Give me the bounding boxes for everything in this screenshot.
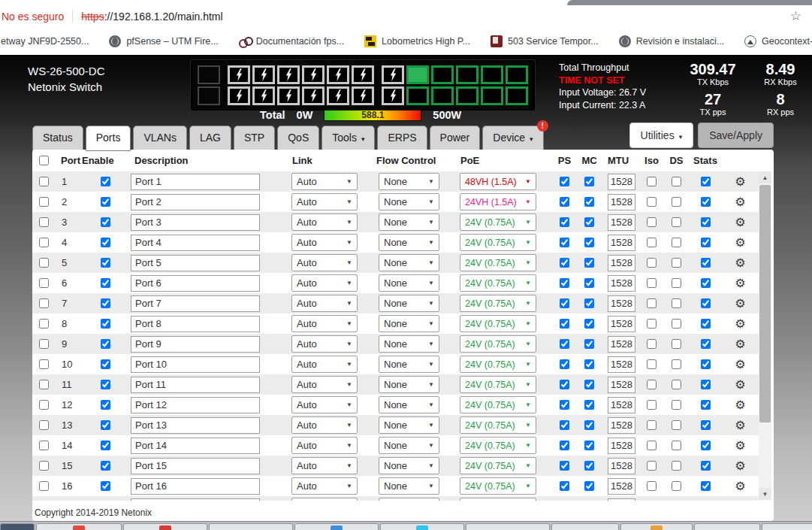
ds-checkbox[interactable] [672,298,681,308]
enable-checkbox[interactable] [101,420,110,430]
poe-select[interactable]: 24V (0.75A)▼ [460,376,536,393]
ds-checkbox[interactable] [672,217,681,227]
poe-select[interactable]: 24V (0.75A)▼ [460,295,536,312]
enable-checkbox[interactable] [101,380,110,389]
mtu-input[interactable] [608,214,635,231]
enable-checkbox[interactable] [101,400,110,410]
poe-select[interactable]: 24V (0.75A)▼ [460,396,536,413]
link-select[interactable]: Auto▼ [291,274,358,292]
ds-checkbox[interactable] [672,197,681,207]
link-select[interactable]: Auto▼ [291,376,358,393]
taskbar-button[interactable] [294,523,379,530]
port-settings-gear-icon[interactable]: ⚙ [735,256,745,269]
poe-select[interactable]: 24V (0.75A)▼ [460,234,536,251]
enable-checkbox[interactable] [101,177,110,186]
poe-select[interactable]: 24V (0.75A)▼ [460,274,536,292]
taskbar-button[interactable] [123,523,207,530]
mc-checkbox[interactable] [584,461,594,471]
ds-checkbox[interactable] [672,461,681,471]
ds-checkbox[interactable] [672,359,681,369]
iso-checkbox[interactable] [647,258,657,268]
enable-checkbox[interactable] [101,481,110,491]
mtu-input[interactable] [608,275,635,292]
description-input[interactable] [131,498,260,501]
mtu-input[interactable] [608,356,635,373]
stats-checkbox[interactable] [701,339,711,349]
mtu-input[interactable] [608,458,635,474]
row-select-checkbox[interactable] [39,359,49,369]
mc-checkbox[interactable] [584,359,594,369]
flow-control-select[interactable]: None▼ [379,234,439,251]
ps-checkbox[interactable] [560,420,569,430]
ps-checkbox[interactable] [560,258,569,268]
tab-erps[interactable]: ERPS [377,126,427,151]
iso-checkbox[interactable] [647,238,657,247]
flow-control-select[interactable]: None▼ [379,274,439,292]
description-input[interactable] [131,255,260,271]
flow-control-select[interactable]: None▼ [379,477,439,495]
ps-checkbox[interactable] [560,319,569,329]
link-select[interactable]: Auto▼ [291,396,358,413]
tab-device[interactable]: Device▾! [482,126,543,151]
flow-control-select[interactable]: None▼ [379,498,439,501]
port-settings-gear-icon[interactable]: ⚙ [735,459,745,472]
ds-checkbox[interactable] [672,258,681,268]
ps-checkbox[interactable] [560,298,569,308]
port-settings-gear-icon[interactable]: ⚙ [735,358,745,371]
link-select[interactable]: Auto▼ [291,295,358,312]
enable-checkbox[interactable] [101,319,110,329]
mc-checkbox[interactable] [584,481,594,491]
taskbar-button[interactable] [380,523,464,530]
mc-checkbox[interactable] [584,441,594,450]
flow-control-select[interactable]: None▼ [379,457,439,474]
description-input[interactable] [131,397,260,413]
ds-checkbox[interactable] [672,319,681,329]
iso-checkbox[interactable] [647,298,657,308]
link-select[interactable]: Auto▼ [291,234,358,251]
bookmark-item[interactable]: 503 Service Tempor... [491,35,599,47]
description-input[interactable] [131,235,260,251]
link-select[interactable]: Auto▼ [291,315,358,332]
link-select[interactable]: Auto▼ [291,477,358,495]
scrollbar-thumb[interactable] [759,185,771,422]
flow-control-select[interactable]: None▼ [379,335,439,353]
mtu-input[interactable] [608,235,635,251]
mtu-input[interactable] [608,316,635,332]
mtu-input[interactable] [608,498,635,501]
description-input[interactable] [131,214,260,231]
enable-checkbox[interactable] [101,298,110,308]
iso-checkbox[interactable] [647,339,657,349]
taskbar-button[interactable] [209,523,293,530]
link-select[interactable]: Auto▼ [291,254,358,271]
flow-control-select[interactable]: None▼ [379,376,439,393]
tab-qos[interactable]: QoS [277,126,319,151]
utilities-button[interactable]: Utilities▾ [629,123,694,148]
flow-control-select[interactable]: None▼ [379,295,439,312]
row-select-checkbox[interactable] [39,441,49,450]
description-input[interactable] [131,478,260,495]
port-settings-gear-icon[interactable]: ⚙ [735,439,745,452]
taskbar-button[interactable] [620,523,693,530]
ds-checkbox[interactable] [672,177,681,186]
row-select-checkbox[interactable] [39,319,49,329]
enable-checkbox[interactable] [101,258,110,268]
select-all-checkbox[interactable] [39,156,49,165]
ds-checkbox[interactable] [672,400,681,410]
stats-checkbox[interactable] [701,258,711,268]
mtu-input[interactable] [608,174,635,190]
scroll-up-button[interactable]: ▲ [759,171,771,183]
tab-tools[interactable]: Tools▾ [321,126,375,151]
flow-control-select[interactable]: None▼ [379,214,439,231]
windows-taskbar[interactable] [0,521,812,530]
flow-control-select[interactable]: None▼ [379,356,439,373]
stats-checkbox[interactable] [701,380,711,389]
ps-checkbox[interactable] [560,278,569,288]
stats-checkbox[interactable] [701,278,711,288]
description-input[interactable] [131,275,260,292]
iso-checkbox[interactable] [647,400,657,410]
ds-checkbox[interactable] [672,380,681,389]
row-select-checkbox[interactable] [39,197,49,207]
enable-checkbox[interactable] [101,441,110,450]
port-settings-gear-icon[interactable]: ⚙ [735,500,745,501]
poe-select[interactable]: 24V (0.75A)▼ [460,477,536,495]
